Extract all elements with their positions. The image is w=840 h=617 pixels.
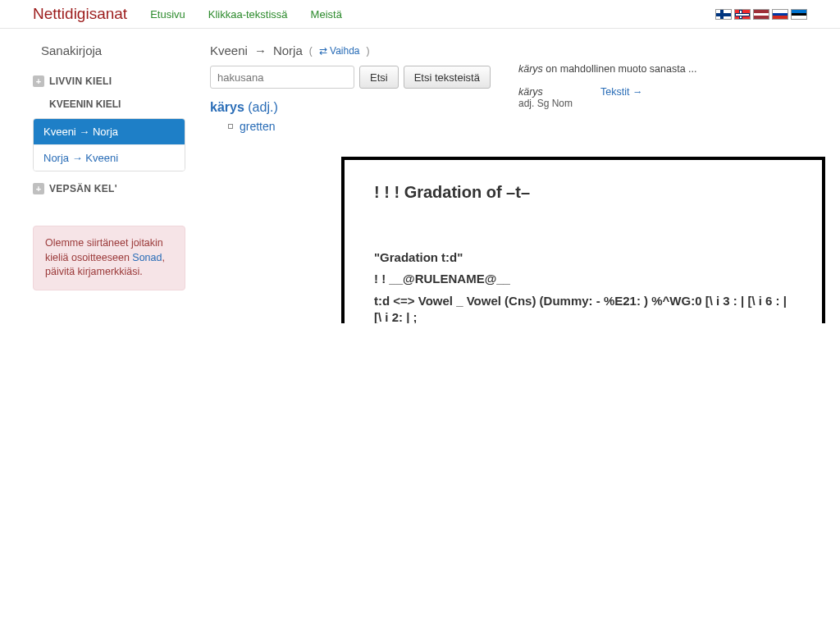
main-content: Kveeni → Norja ( ⇄ Vaihda ) Etsi Etsi te… [210, 43, 807, 290]
direction-norja-kveeni[interactable]: Norja → Kveeni [34, 144, 185, 171]
headword-link[interactable]: kärys (adj.) [210, 100, 278, 114]
swap-direction-link[interactable]: ⇄ Vaihda [319, 45, 360, 57]
arrow-icon: → [254, 43, 267, 57]
sidebar: Sanakirjoja + LIVVIN KIELI KVEENIN KIELI… [33, 43, 185, 290]
code-line: "Gradation t:d" [374, 249, 792, 266]
analysis-column: kärys on mahdollinen muoto sanasta ... k… [518, 63, 732, 109]
migration-alert: Olemme siirtäneet joitakin kieliä osoitt… [33, 226, 185, 290]
flag-lv-icon[interactable] [753, 9, 769, 20]
nav-about[interactable]: Meistä [311, 8, 342, 21]
lang-group-label: VEPSÄN KEL' [49, 183, 117, 194]
alert-link-sonad[interactable]: Sonad [132, 252, 162, 263]
search-input[interactable] [210, 66, 354, 89]
texts-link[interactable]: Tekstit → [600, 86, 642, 98]
lemma-row: kärys adj. Sg Nom Tekstit → [518, 86, 732, 109]
language-flags [715, 9, 807, 20]
morphology: adj. Sg Nom [518, 98, 573, 109]
crumb-from: Kveeni [210, 43, 248, 57]
hint-word: kärys [518, 63, 543, 75]
part-of-speech: (adj.) [248, 100, 277, 114]
headword: kärys [210, 100, 244, 114]
flag-no-icon[interactable] [734, 9, 751, 20]
flag-fi-icon[interactable] [715, 9, 732, 20]
flag-ru-icon[interactable] [772, 9, 788, 20]
nav-click-in-text[interactable]: Klikkaa-tekstissä [208, 8, 288, 21]
topbar-left: Nettidigisanat Etusivu Klikkaa-tekstissä… [33, 5, 342, 23]
form-hint: kärys on mahdollinen muoto sanasta ... [518, 63, 732, 75]
breadcrumb: Kveeni → Norja ( ⇄ Vaihda ) [210, 43, 807, 57]
flag-ee-icon[interactable] [791, 9, 807, 20]
lang-group-livvin[interactable]: + LIVVIN KIELI [33, 72, 185, 90]
top-bar: Nettidigisanat Etusivu Klikkaa-tekstissä… [0, 0, 840, 29]
lang-group-vepsan[interactable]: + VEPSÄN KEL' [33, 180, 185, 198]
search-button[interactable]: Etsi [359, 66, 399, 89]
expand-icon: + [33, 75, 44, 87]
bullet-icon [228, 124, 233, 129]
code-line: t:d <=> Vowel _ Vowel (Cns) (Dummy: - %E… [374, 293, 792, 323]
swap-paren: ( [309, 45, 313, 57]
lemma: kärys [518, 86, 543, 98]
swap-paren: ) [367, 45, 370, 57]
search-texts-button[interactable]: Etsi teksteistä [404, 66, 491, 89]
lemma-left: kärys adj. Sg Nom [518, 86, 573, 109]
direction-kveeni-norja[interactable]: Kveeni → Norja [34, 119, 185, 144]
crumb-to: Norja [273, 43, 303, 57]
sense-row: gretten [228, 120, 807, 133]
direction-list: Kveeni → Norja Norja → Kveeni [33, 118, 185, 171]
rule-code-box: ! ! ! Gradation of –t– "Gradation t:d" !… [341, 157, 825, 323]
lang-group-label: LIVVIN KIELI [49, 75, 112, 87]
nav-home[interactable]: Etusivu [150, 8, 185, 21]
hint-rest: on mahdollinen muoto sanasta ... [543, 63, 697, 75]
brand-link[interactable]: Nettidigisanat [33, 5, 127, 23]
sidebar-title: Sanakirjoja [41, 43, 185, 57]
lang-group-kveenin[interactable]: KVEENIN KIELI [49, 95, 185, 113]
expand-icon: + [33, 183, 44, 194]
codebox-title: ! ! ! Gradation of –t– [374, 183, 792, 202]
translation-link[interactable]: gretten [240, 120, 276, 133]
code-line: ! ! __@RULENAME@__ [374, 271, 792, 287]
